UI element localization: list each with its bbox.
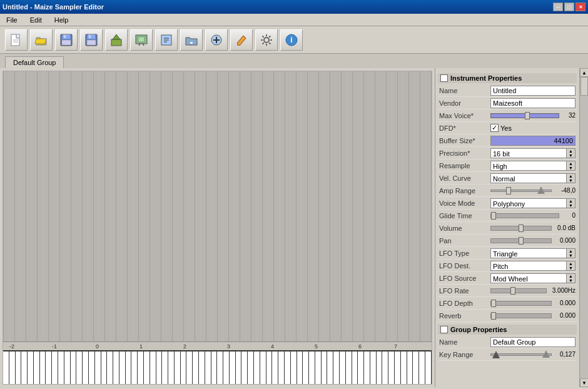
- white-key-39[interactable]: [241, 351, 248, 384]
- white-key-69[interactable]: [425, 351, 432, 384]
- white-key-0[interactable]: [3, 351, 9, 384]
- minimize-button[interactable]: ─: [553, 3, 563, 11]
- white-key-57[interactable]: [352, 351, 358, 384]
- name-field[interactable]: Untitled: [490, 86, 575, 96]
- white-key-51[interactable]: [315, 351, 322, 384]
- vel-curve-down[interactable]: ▼: [567, 178, 575, 183]
- menu-edit[interactable]: Edit: [26, 15, 46, 25]
- precision-select[interactable]: 16 bit ▲ ▼: [490, 148, 575, 158]
- new-button[interactable]: [5, 29, 28, 51]
- white-key-24[interactable]: [150, 351, 156, 384]
- white-key-13[interactable]: [83, 351, 89, 384]
- key-range-thumb-left[interactable]: [492, 351, 500, 358]
- vel-curve-up[interactable]: ▲: [567, 174, 575, 178]
- lfo-type-select[interactable]: Triangle ▲ ▼: [490, 248, 575, 258]
- white-key-45[interactable]: [278, 351, 285, 384]
- white-key-47[interactable]: [291, 351, 297, 384]
- scroll-up-button[interactable]: ▲: [580, 68, 588, 77]
- lfo-depth-slider[interactable]: [490, 301, 552, 306]
- white-key-42[interactable]: [260, 351, 266, 384]
- white-key-18[interactable]: [113, 351, 119, 384]
- white-key-5[interactable]: [34, 351, 40, 384]
- import-button[interactable]: [105, 29, 128, 51]
- max-voice-slider[interactable]: [490, 113, 559, 118]
- voice-mode-up[interactable]: ▲: [567, 199, 575, 203]
- white-key-23[interactable]: [144, 351, 150, 384]
- white-key-68[interactable]: [419, 351, 425, 384]
- volume-slider[interactable]: [490, 226, 552, 231]
- white-key-40[interactable]: [248, 351, 254, 384]
- white-key-9[interactable]: [58, 351, 64, 384]
- white-key-33[interactable]: [205, 351, 211, 384]
- group-name-field[interactable]: Default Group: [490, 337, 575, 347]
- amp-range-thumb-left[interactable]: [506, 187, 511, 194]
- lfo-source-arrows[interactable]: ▲ ▼: [566, 274, 575, 283]
- piano-keyboard[interactable]: // Generate white keys const wkCount = 7…: [3, 350, 432, 384]
- white-key-60[interactable]: [370, 351, 377, 384]
- white-key-22[interactable]: [138, 351, 144, 384]
- white-key-29[interactable]: [181, 351, 187, 384]
- white-key-10[interactable]: [64, 351, 71, 384]
- pencil-button[interactable]: [230, 29, 253, 51]
- vel-curve-select[interactable]: Normal ▲ ▼: [490, 173, 575, 183]
- resample-arrows[interactable]: ▲ ▼: [566, 161, 575, 170]
- white-key-21[interactable]: [131, 351, 138, 384]
- scroll-track[interactable]: [580, 77, 588, 378]
- white-key-55[interactable]: [340, 351, 346, 384]
- lfo-rate-thumb[interactable]: [510, 287, 515, 295]
- pan-thumb[interactable]: [519, 237, 524, 245]
- new-folder-button[interactable]: [180, 29, 203, 51]
- white-key-66[interactable]: [407, 351, 413, 384]
- key-range-thumb-right[interactable]: [542, 350, 550, 358]
- dfd-checkbox[interactable]: ✓: [490, 124, 499, 132]
- white-key-3[interactable]: [21, 351, 28, 384]
- white-key-8[interactable]: [52, 351, 58, 384]
- amp-range-track[interactable]: [490, 189, 552, 192]
- edit-button[interactable]: [155, 29, 178, 51]
- white-key-15[interactable]: [95, 351, 101, 384]
- resample-up[interactable]: ▲: [567, 161, 575, 166]
- save1-button[interactable]: [55, 29, 78, 51]
- lfo-depth-thumb[interactable]: [491, 300, 496, 307]
- white-key-4[interactable]: [28, 351, 34, 384]
- open-button[interactable]: [30, 29, 53, 51]
- lfo-source-up[interactable]: ▲: [567, 274, 575, 278]
- reverb-thumb[interactable]: [491, 312, 496, 320]
- white-key-54[interactable]: [333, 351, 340, 384]
- white-key-32[interactable]: [199, 351, 205, 384]
- white-key-53[interactable]: [327, 351, 333, 384]
- precision-down[interactable]: ▼: [567, 153, 575, 158]
- white-key-6[interactable]: [40, 351, 46, 384]
- white-key-25[interactable]: [156, 351, 163, 384]
- white-key-27[interactable]: [168, 351, 175, 384]
- white-key-17[interactable]: [107, 351, 113, 384]
- precision-up[interactable]: ▲: [567, 149, 575, 153]
- voice-mode-down[interactable]: ▼: [567, 203, 575, 208]
- white-key-41[interactable]: [254, 351, 260, 384]
- white-key-56[interactable]: [346, 351, 352, 384]
- glide-time-thumb[interactable]: [491, 212, 496, 220]
- lfo-dest-arrows[interactable]: ▲ ▼: [566, 261, 575, 270]
- white-key-46[interactable]: [285, 351, 291, 384]
- export-button[interactable]: [130, 29, 153, 51]
- white-key-20[interactable]: [126, 351, 132, 384]
- white-key-30[interactable]: [186, 351, 193, 384]
- white-key-1[interactable]: [9, 351, 16, 384]
- white-key-35[interactable]: [217, 351, 223, 384]
- white-key-44[interactable]: [272, 351, 278, 384]
- save2-button[interactable]: [80, 29, 103, 51]
- white-key-12[interactable]: [76, 351, 83, 384]
- buffer-size-field[interactable]: 44100: [490, 136, 575, 146]
- lfo-source-select[interactable]: Mod Wheel ▲ ▼: [490, 273, 575, 283]
- white-key-63[interactable]: [388, 351, 395, 384]
- white-key-37[interactable]: [230, 351, 236, 384]
- max-voice-thumb[interactable]: [525, 112, 530, 119]
- white-key-64[interactable]: [395, 351, 401, 384]
- menu-help[interactable]: Help: [51, 15, 73, 25]
- precision-arrows[interactable]: ▲ ▼: [566, 149, 575, 158]
- white-key-14[interactable]: [89, 351, 95, 384]
- lfo-rate-slider[interactable]: [490, 288, 547, 293]
- vendor-field[interactable]: Maizesoft: [490, 98, 575, 108]
- white-key-59[interactable]: [364, 351, 370, 384]
- white-key-48[interactable]: [297, 351, 303, 384]
